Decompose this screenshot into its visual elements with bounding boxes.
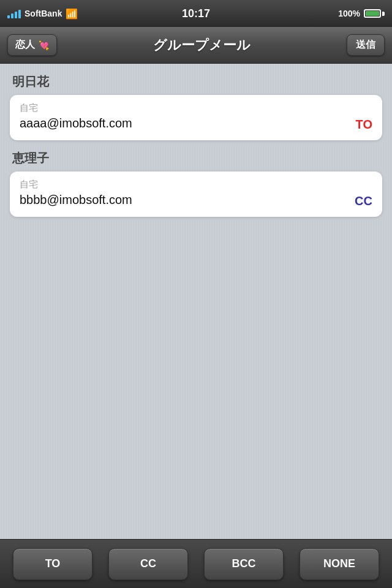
contact-card-2[interactable]: 自宅 bbbb@imobsoft.com CC bbox=[10, 172, 382, 217]
contact-section-1: 明日花 自宅 aaaa@imobsoft.com TO bbox=[10, 74, 382, 140]
status-right: 100% bbox=[338, 9, 385, 18]
card-email-2: bbbb@imobsoft.com bbox=[20, 193, 372, 207]
signal-bar-1 bbox=[7, 15, 10, 18]
to-button[interactable]: TO bbox=[13, 548, 92, 580]
battery-indicator bbox=[364, 9, 385, 18]
battery-fill bbox=[366, 11, 379, 16]
contact-card-1[interactable]: 自宅 aaaa@imobsoft.com TO bbox=[10, 95, 382, 140]
battery-percentage: 100% bbox=[338, 9, 360, 18]
card-badge-cc[interactable]: CC bbox=[355, 194, 372, 208]
battery-tip bbox=[382, 12, 385, 16]
nav-bar: 恋人 💘 グループメール 送信 bbox=[0, 27, 392, 64]
battery-body bbox=[364, 9, 381, 18]
card-email-1: aaaa@imobsoft.com bbox=[20, 116, 372, 130]
bcc-button[interactable]: BCC bbox=[204, 548, 284, 580]
group-label: 恋人 bbox=[15, 39, 35, 51]
contact-name-1: 明日花 bbox=[10, 74, 382, 90]
status-left: SoftBank 📶 bbox=[7, 8, 78, 20]
none-button[interactable]: NONE bbox=[300, 548, 379, 580]
signal-bars bbox=[7, 9, 21, 18]
signal-bar-4 bbox=[18, 10, 21, 18]
card-badge-to[interactable]: TO bbox=[356, 118, 372, 132]
contact-name-2: 恵理子 bbox=[10, 150, 382, 167]
card-label-2: 自宅 bbox=[20, 179, 372, 190]
heart-icon: 💘 bbox=[39, 40, 49, 50]
main-content: 明日花 自宅 aaaa@imobsoft.com TO 恵理子 自宅 bbbb@… bbox=[0, 64, 392, 539]
bottom-toolbar: TO CC BCC NONE bbox=[0, 539, 392, 588]
carrier-label: SoftBank bbox=[24, 9, 62, 18]
signal-bar-2 bbox=[11, 13, 13, 18]
wifi-icon: 📶 bbox=[66, 8, 78, 20]
signal-bar-3 bbox=[15, 12, 17, 18]
status-time: 10:17 bbox=[182, 7, 210, 20]
contact-section-2: 恵理子 自宅 bbbb@imobsoft.com CC bbox=[10, 150, 382, 217]
group-selector-button[interactable]: 恋人 💘 bbox=[7, 34, 57, 56]
cc-button[interactable]: CC bbox=[108, 548, 188, 580]
card-label-1: 自宅 bbox=[20, 102, 372, 114]
status-bar: SoftBank 📶 10:17 100% bbox=[0, 0, 392, 27]
page-title: グループメール bbox=[153, 36, 251, 55]
send-button[interactable]: 送信 bbox=[347, 34, 385, 56]
